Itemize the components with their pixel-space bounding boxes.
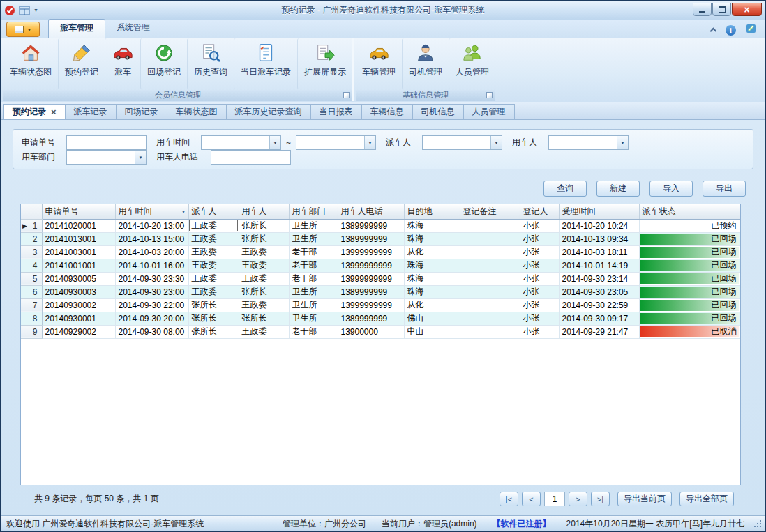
grid-row[interactable]: 9201409290022014-09-30 08:00张所长王政委老干部139… (21, 325, 740, 338)
last-page-button[interactable]: >| (591, 492, 610, 506)
doc-tab-5[interactable]: 派车历史记录查询 (226, 104, 311, 119)
grid-cell[interactable]: 2014-10-13 15:00 (115, 232, 188, 245)
app-menu-button[interactable]: ▼ (6, 22, 40, 37)
grid-row[interactable]: 5201409300052014-09-30 23:30王政委王政委老干部139… (21, 272, 740, 285)
grid-cell[interactable]: 王政委 (239, 298, 289, 312)
layout-icon[interactable] (19, 6, 30, 15)
grid-cell[interactable]: 张所长 (188, 312, 239, 325)
collapse-ribbon-icon[interactable] (710, 28, 717, 35)
filter-arrow-icon[interactable]: ▼ (181, 209, 186, 214)
grid-cell[interactable]: 张所长 (239, 232, 289, 245)
theme-icon[interactable] (746, 24, 757, 36)
grid-cell[interactable]: 20140930005 (42, 272, 115, 285)
doc-tab-3[interactable]: 回场记录 (116, 104, 167, 119)
grid-cell[interactable]: 老干部 (289, 245, 338, 259)
row-indicator[interactable]: 3 (21, 245, 42, 259)
grid-cell[interactable]: 小张 (520, 219, 559, 232)
grid-cell[interactable]: 从化 (404, 245, 460, 259)
dispatch-status-cell[interactable]: 已回场 (639, 272, 740, 285)
grid-cell[interactable]: 2014-09-30 23:00 (115, 285, 188, 298)
next-page-button[interactable]: > (569, 492, 587, 506)
grid-cell[interactable]: 珠海 (404, 259, 460, 272)
grid-cell[interactable]: 珠海 (404, 272, 460, 285)
grid-cell[interactable]: 小张 (520, 259, 559, 272)
doc-tab-7[interactable]: 车辆信息 (361, 104, 413, 119)
resize-grip[interactable] (753, 519, 763, 529)
grid-cell[interactable]: 2014-09-30 22:00 (115, 298, 188, 312)
ribbon-tab-2[interactable]: 系统管理 (105, 19, 161, 38)
grid-row[interactable]: 6201409300032014-09-30 23:00王政委张所长卫生所138… (21, 285, 740, 298)
group-dialog-launcher-icon[interactable] (486, 92, 493, 98)
grid-cell[interactable]: 2014-10-13 09:34 (559, 232, 639, 245)
grid-cell[interactable]: 王政委 (239, 272, 289, 285)
column-header[interactable]: 申请单号 (42, 204, 115, 219)
grid-cell[interactable] (460, 272, 520, 285)
grid-cell[interactable]: 2014-09-30 23:14 (559, 272, 639, 285)
grid-row[interactable]: 4201410010012014-10-01 16:00王政委王政委老干部139… (21, 259, 740, 272)
grid-cell[interactable]: 20141013001 (42, 232, 115, 245)
grid-cell[interactable]: 2014-10-03 18:11 (559, 245, 639, 259)
ribbon-button-dispatch[interactable]: 派车 (105, 38, 140, 89)
chevron-down-icon[interactable]: ▼ (269, 136, 280, 149)
ribbon-button-driver-manage[interactable]: 司机管理 (402, 38, 449, 89)
use-time-from-combo[interactable]: ▼ (201, 135, 281, 150)
column-header[interactable]: 用车时间▼ (115, 204, 188, 219)
row-indicator[interactable]: 9 (21, 325, 42, 338)
grid-cell[interactable]: 20141003001 (42, 245, 115, 259)
grid-cell[interactable]: 2014-09-30 09:17 (559, 312, 639, 325)
doc-tab-9[interactable]: 人员管理 (463, 104, 515, 119)
ribbon-button-vehicle-status[interactable]: 车辆状态图 (3, 38, 58, 89)
grid-cell[interactable]: 小张 (520, 325, 559, 338)
doc-tab-8[interactable]: 司机信息 (412, 104, 464, 119)
grid-cell[interactable]: 2014-09-30 23:05 (559, 285, 639, 298)
chevron-down-icon[interactable]: ▼ (617, 136, 628, 149)
quick-access-dropdown-icon[interactable]: ▼ (33, 8, 38, 13)
grid-cell[interactable] (460, 259, 520, 272)
grid-cell[interactable] (460, 312, 520, 325)
page-number-input[interactable] (544, 492, 565, 506)
grid-row[interactable]: 2201410130012014-10-13 15:00王政委张所长卫生所138… (21, 232, 740, 245)
grid-cell[interactable]: 王政委 (239, 259, 289, 272)
chevron-down-icon[interactable]: ▼ (490, 136, 502, 149)
grid-cell[interactable]: 1389999999 (338, 312, 404, 325)
grid-cell[interactable]: 佛山 (404, 312, 460, 325)
dispatch-status-cell[interactable]: 已回场 (639, 232, 740, 245)
grid-cell[interactable]: 王政委 (188, 272, 239, 285)
grid-cell[interactable]: 1389999999 (338, 232, 404, 245)
grid-cell[interactable]: 小张 (520, 232, 559, 245)
ribbon-tab-1[interactable]: 派车管理 (48, 19, 105, 38)
first-page-button[interactable]: |< (500, 492, 518, 506)
ribbon-button-vehicle-manage[interactable]: 车辆管理 (356, 38, 402, 89)
grid-cell[interactable] (460, 232, 520, 245)
grid-cell[interactable]: 2014-10-01 14:19 (559, 259, 639, 272)
ribbon-button-history-query[interactable]: 历史查询 (187, 38, 234, 89)
grid-cell[interactable]: 老干部 (289, 325, 338, 338)
chevron-down-icon[interactable]: ▼ (364, 136, 375, 149)
grid-cell[interactable]: 1389999999 (338, 285, 404, 298)
grid-cell[interactable]: 老干部 (289, 259, 338, 272)
dispatch-status-cell[interactable]: 已回场 (639, 312, 740, 325)
grid-cell[interactable]: 珠海 (404, 232, 460, 245)
use-time-to-combo[interactable]: ▼ (296, 135, 376, 150)
query-button[interactable]: 查询 (543, 181, 587, 197)
grid-cell[interactable]: 王政委 (239, 325, 289, 338)
row-indicator[interactable]: 5 (21, 272, 42, 285)
grid-cell[interactable]: 13999999999 (338, 245, 404, 259)
grid-row[interactable]: 3201410030012014-10-03 20:00王政委王政委老干部139… (21, 245, 740, 259)
column-header[interactable]: 登记备注 (460, 204, 520, 219)
grid-cell[interactable]: 珠海 (404, 219, 460, 232)
maximize-button[interactable] (712, 3, 731, 16)
import-button[interactable]: 导入 (649, 181, 693, 197)
grid-cell[interactable]: 张所长 (239, 285, 289, 298)
grid-row[interactable]: 7201409300022014-09-30 22:00张所长王政委卫生所139… (21, 298, 740, 312)
column-header[interactable]: 目的地 (404, 204, 460, 219)
grid-cell[interactable]: 2014-09-30 08:00 (115, 325, 188, 338)
row-indicator[interactable]: 8 (21, 312, 42, 325)
grid-cell[interactable] (460, 245, 520, 259)
grid-row[interactable]: 8201409300012014-09-30 20:00张所长张所长卫生所138… (21, 312, 740, 325)
ribbon-button-reserve-register[interactable]: 预约登记 (58, 38, 105, 89)
grid-cell[interactable]: 小张 (520, 312, 559, 325)
doc-tab-1[interactable]: 预约记录× (3, 104, 66, 119)
license-status-text[interactable]: 【软件已注册】 (493, 518, 551, 530)
grid-cell[interactable]: 20141001001 (42, 259, 115, 272)
